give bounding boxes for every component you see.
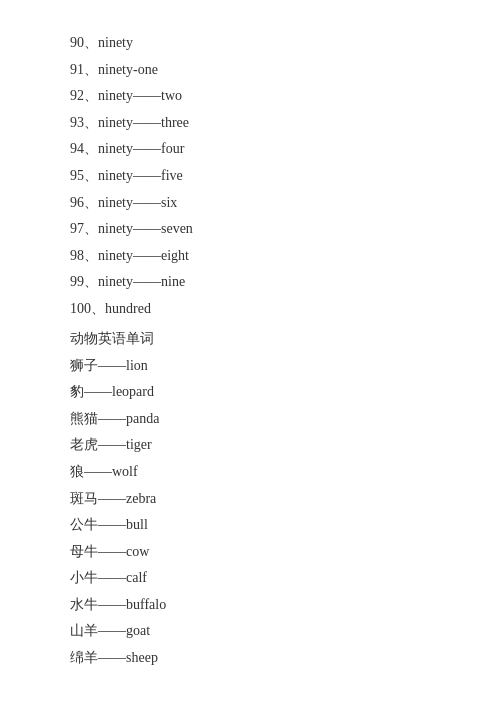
animals-list: 狮子——lion豹——leopard熊猫——panda老虎——tiger狼——w… — [70, 353, 440, 672]
numbers-list: 90、ninety91、ninety-one92、ninety——two93、n… — [70, 30, 440, 323]
number-item-97: 97、ninety——seven — [70, 216, 440, 243]
number-item-99: 99、ninety——nine — [70, 269, 440, 296]
number-item-93: 93、ninety——three — [70, 110, 440, 137]
number-item-98: 98、ninety——eight — [70, 243, 440, 270]
number-item-96: 96、ninety——six — [70, 190, 440, 217]
animal-item-zebra: 斑马——zebra — [70, 486, 440, 513]
animal-item-cow: 母牛——cow — [70, 539, 440, 566]
animal-item-leopard: 豹——leopard — [70, 379, 440, 406]
number-item-90: 90、ninety — [70, 30, 440, 57]
animal-item-panda: 熊猫——panda — [70, 406, 440, 433]
animal-item-lion: 狮子——lion — [70, 353, 440, 380]
animal-item-buffalo: 水牛——buffalo — [70, 592, 440, 619]
animal-item-goat: 山羊——goat — [70, 618, 440, 645]
number-item-92: 92、ninety——two — [70, 83, 440, 110]
animal-item-tiger: 老虎——tiger — [70, 432, 440, 459]
number-item-94: 94、ninety——four — [70, 136, 440, 163]
animal-item-sheep: 绵羊——sheep — [70, 645, 440, 672]
number-item-91: 91、ninety-one — [70, 57, 440, 84]
section-title: 动物英语单词 — [70, 325, 440, 353]
number-item-95: 95、ninety——five — [70, 163, 440, 190]
animal-item-wolf: 狼——wolf — [70, 459, 440, 486]
number-item-100: 100、hundred — [70, 296, 440, 323]
animal-item-calf: 小牛——calf — [70, 565, 440, 592]
animal-item-bull: 公牛——bull — [70, 512, 440, 539]
